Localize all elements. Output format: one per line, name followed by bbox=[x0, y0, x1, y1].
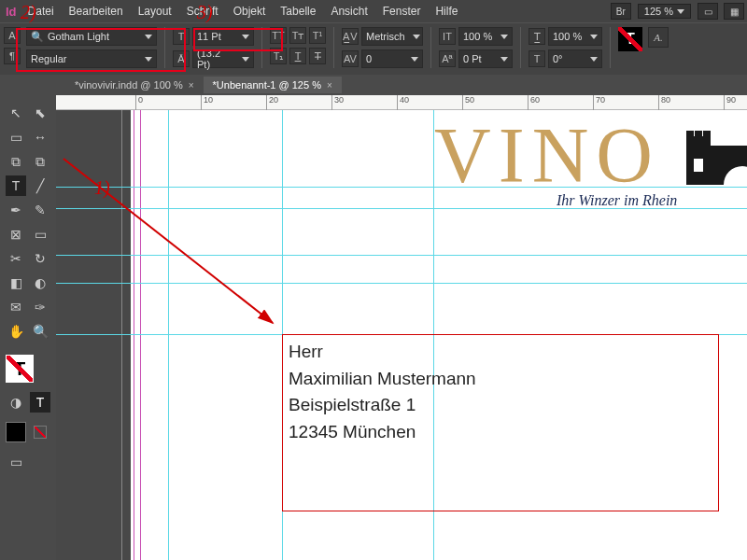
chevron-down-icon bbox=[590, 35, 598, 39]
svg-rect-8 bbox=[694, 159, 703, 172]
vscale-value: 100 % bbox=[463, 31, 492, 42]
font-size-input[interactable]: 11 Pt bbox=[192, 27, 254, 46]
tracking-value: 0 bbox=[366, 53, 372, 64]
tab-vinovivir[interactable]: *vinovivir.indd @ 100 % × bbox=[65, 77, 204, 93]
skew-icon: T bbox=[529, 50, 545, 67]
menu-ansicht[interactable]: Ansicht bbox=[323, 2, 374, 21]
scissors-tool[interactable]: ✂ bbox=[6, 248, 26, 269]
page-tool[interactable]: ▭ bbox=[6, 127, 26, 147]
gap-tool[interactable]: ↔ bbox=[30, 127, 50, 147]
bridge-icon[interactable]: Br bbox=[611, 3, 631, 20]
chevron-down-icon bbox=[145, 35, 152, 39]
chevron-down-icon bbox=[145, 57, 152, 62]
screen-mode-icon[interactable]: ▭ bbox=[698, 3, 718, 20]
tracking-input[interactable]: 0 bbox=[361, 49, 423, 68]
chevron-down-icon bbox=[500, 35, 508, 39]
font-family-value: Gotham Light bbox=[48, 31, 109, 42]
leading-value: (13.2 Pt) bbox=[197, 48, 234, 70]
tab-unbenannt[interactable]: *Unbenannt-1 @ 125 % × bbox=[204, 77, 342, 93]
free-transform-tool[interactable]: ↻ bbox=[30, 248, 50, 269]
apply-color-icon[interactable] bbox=[6, 422, 26, 442]
baseline-value: 0 Pt bbox=[463, 53, 482, 64]
smallcaps-icon[interactable]: Tᴛ bbox=[289, 27, 306, 44]
vscale-icon: IT bbox=[439, 28, 456, 45]
fill-swatch[interactable]: T bbox=[6, 355, 34, 383]
toolbox: ↖ ⬉ ▭ ↔ ⧉ ⧉ T ╱ ✒ ✎ ⊠ ▭ ✂ ↻ ◧ ◐ ✉ ✑ ✋ 🔍 … bbox=[2, 95, 54, 480]
baseline-input[interactable]: 0 Pt bbox=[458, 49, 513, 68]
gradient-feather-tool[interactable]: ◐ bbox=[30, 273, 50, 293]
ruler-tick: 40 bbox=[397, 95, 409, 110]
formatting-container-icon[interactable]: ◑ bbox=[6, 392, 26, 413]
address-textframe[interactable]: Herr Maximilian Mustermann Beispielstraß… bbox=[282, 334, 719, 511]
ruler-tick: 20 bbox=[266, 95, 278, 110]
note-tool[interactable]: ✉ bbox=[6, 297, 26, 317]
content-collector-tool[interactable]: ⧉ bbox=[6, 151, 26, 172]
apply-none-icon[interactable] bbox=[30, 422, 50, 442]
subscript-icon[interactable]: T₁ bbox=[270, 48, 287, 64]
pen-tool[interactable]: ✒ bbox=[6, 200, 26, 220]
char-mode-icon[interactable]: A bbox=[4, 27, 21, 44]
allcaps-icon[interactable]: TT bbox=[270, 27, 287, 44]
kerning-input[interactable]: Metrisch bbox=[361, 27, 423, 46]
leading-input[interactable]: (13.2 Pt) bbox=[192, 49, 254, 68]
menu-hilfe[interactable]: Hilfe bbox=[428, 2, 465, 21]
kerning-icon: A̲V bbox=[342, 28, 359, 45]
superscript-icon[interactable]: T¹ bbox=[309, 27, 326, 44]
menubar: Id Datei Bearbeiten Layout Schrift Objek… bbox=[0, 0, 747, 22]
underline-icon[interactable]: T bbox=[289, 48, 306, 64]
control-bar: A ¶ 🔍 Gotham Light Regular T 11 Pt Ā (13… bbox=[0, 22, 747, 75]
close-icon[interactable]: × bbox=[327, 80, 332, 91]
strike-icon[interactable]: T̶ bbox=[309, 48, 326, 64]
address-street: Beispielstraße 1 bbox=[289, 392, 712, 419]
tracking-icon: AV bbox=[342, 50, 359, 67]
font-family-input[interactable]: 🔍 Gotham Light bbox=[26, 27, 157, 46]
skew-input[interactable]: 0° bbox=[548, 49, 602, 68]
zoom-tool[interactable]: 🔍 bbox=[30, 321, 50, 342]
kerning-value: Metrisch bbox=[366, 31, 405, 42]
gradient-swatch-tool[interactable]: ◧ bbox=[6, 273, 26, 293]
menu-objekt[interactable]: Objekt bbox=[226, 2, 274, 21]
type-tool[interactable]: T bbox=[6, 175, 26, 196]
ruler-tick: 30 bbox=[331, 95, 344, 110]
ruler-tick: 10 bbox=[201, 95, 213, 110]
menu-tabelle[interactable]: Tabelle bbox=[273, 2, 323, 21]
para-mode-icon[interactable]: ¶ bbox=[4, 48, 21, 64]
hscale-value: 100 % bbox=[553, 31, 582, 42]
zoom-level[interactable]: 125 % bbox=[638, 4, 691, 19]
svg-rect-3 bbox=[695, 131, 702, 138]
char-style-icon[interactable]: A. bbox=[648, 27, 669, 48]
ruler-horizontal[interactable]: 0 10 20 30 40 50 60 70 80 90 bbox=[56, 95, 747, 110]
chevron-down-icon bbox=[242, 35, 249, 39]
vscale-input[interactable]: 100 % bbox=[458, 27, 513, 46]
menu-layout[interactable]: Layout bbox=[131, 2, 179, 21]
font-style-input[interactable]: Regular bbox=[26, 49, 157, 68]
rectangle-tool[interactable]: ▭ bbox=[30, 224, 50, 245]
annotation-2: 2) bbox=[21, 2, 36, 23]
address-salutation: Herr bbox=[289, 339, 712, 366]
char-fill-swatch[interactable]: T bbox=[618, 27, 642, 51]
address-city: 12345 München bbox=[289, 419, 712, 446]
rectangle-frame-tool[interactable]: ⊠ bbox=[6, 224, 26, 245]
line-tool[interactable]: ╱ bbox=[30, 175, 50, 196]
ruler-tick: 90 bbox=[724, 95, 736, 110]
hscale-input[interactable]: 100 % bbox=[548, 27, 602, 46]
document-tabs: *vinovivir.indd @ 100 % × *Unbenannt-1 @… bbox=[0, 75, 747, 95]
font-style-value: Regular bbox=[31, 53, 67, 64]
chevron-down-icon bbox=[500, 57, 508, 62]
chevron-down-icon bbox=[411, 57, 418, 62]
arrange-icon[interactable]: ▦ bbox=[724, 3, 744, 20]
pencil-tool[interactable]: ✎ bbox=[30, 200, 50, 220]
close-icon[interactable]: × bbox=[189, 80, 194, 91]
direct-selection-tool[interactable]: ⬉ bbox=[30, 103, 50, 123]
address-name: Maximilian Mustermann bbox=[289, 366, 712, 393]
view-mode-icon[interactable]: ▭ bbox=[6, 452, 26, 472]
baseline-icon: Aª bbox=[439, 50, 456, 67]
formatting-text-icon[interactable]: T bbox=[30, 392, 50, 413]
menu-bearbeiten[interactable]: Bearbeiten bbox=[62, 2, 131, 21]
hand-tool[interactable]: ✋ bbox=[6, 321, 26, 342]
content-placer-tool[interactable]: ⧉ bbox=[30, 151, 50, 172]
font-size-value: 11 Pt bbox=[197, 31, 221, 42]
eyedropper-tool[interactable]: ✑ bbox=[30, 297, 50, 317]
selection-tool[interactable]: ↖ bbox=[6, 103, 26, 123]
menu-fenster[interactable]: Fenster bbox=[375, 2, 429, 21]
